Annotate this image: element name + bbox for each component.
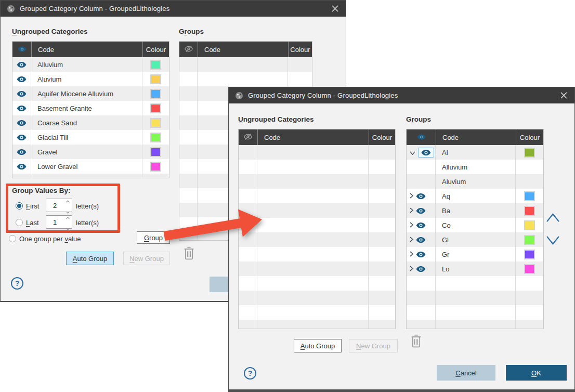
colour-cell (142, 145, 169, 159)
visibility-eye-icon[interactable] (17, 163, 27, 170)
visibility-eye-icon[interactable] (416, 207, 426, 214)
new-group-button[interactable]: New Group (349, 339, 398, 352)
colour-column-header[interactable]: Colour (142, 42, 169, 57)
table-row[interactable]: Alluvium (407, 160, 543, 174)
table-row[interactable]: Ba (407, 203, 543, 218)
help-icon[interactable]: ? (244, 367, 256, 380)
colour-swatch[interactable] (524, 264, 535, 274)
colour-cell (142, 130, 169, 145)
colour-swatch[interactable] (150, 133, 161, 142)
code-cell: Basement Granite (31, 101, 142, 115)
table-row[interactable]: Gl (407, 232, 543, 247)
ok-button[interactable]: OK (506, 365, 567, 381)
table-row (239, 247, 395, 262)
colour-swatch[interactable] (524, 250, 535, 259)
code-column-header[interactable]: Code (257, 129, 369, 145)
table-row[interactable]: Al (407, 145, 543, 160)
visibility-eye-icon[interactable] (418, 148, 434, 158)
table-row[interactable]: Lo (407, 262, 543, 276)
table-row (239, 174, 395, 189)
colour-swatch[interactable] (150, 162, 161, 172)
colour-swatch[interactable] (524, 220, 535, 230)
close-icon[interactable] (559, 91, 568, 100)
colour-swatch[interactable] (150, 60, 161, 70)
visibility-eye-icon[interactable] (17, 76, 27, 83)
expander-closed-icon[interactable] (410, 191, 413, 201)
cancel-button[interactable]: Cancel (437, 365, 495, 381)
colour-swatch[interactable] (524, 191, 535, 201)
visibility-eye-icon[interactable] (416, 237, 426, 243)
expander-open-icon[interactable] (410, 148, 415, 157)
table-row[interactable]: Aluvium (407, 174, 543, 189)
visibility-eye-icon[interactable] (416, 222, 426, 229)
code-cell: Glacial Till (31, 130, 142, 145)
titlebar[interactable]: Grouped Category Column - GroupedLitholo… (1, 1, 346, 17)
colour-cell (142, 72, 169, 86)
expander-closed-icon[interactable] (410, 250, 413, 259)
colour-swatch[interactable] (150, 103, 161, 113)
code-column-header[interactable]: Code (436, 129, 516, 145)
expander-closed-icon[interactable] (410, 264, 413, 273)
colour-swatch[interactable] (524, 148, 535, 158)
visibility-eye-icon[interactable] (416, 193, 426, 200)
help-icon[interactable]: ? (11, 277, 23, 290)
table-row[interactable]: Basement Granite (12, 101, 169, 115)
colour-cell (516, 203, 543, 218)
visibility-eye-icon[interactable] (17, 120, 27, 126)
table-row[interactable]: Coarse Sand (12, 115, 169, 130)
delete-group-icon[interactable] (182, 245, 195, 261)
visibility-eye-icon[interactable] (17, 90, 27, 97)
table-row[interactable]: Alluvium (12, 57, 169, 72)
colour-swatch[interactable] (150, 147, 161, 157)
colour-swatch[interactable] (524, 235, 535, 245)
window-title: Grouped Category Column - GroupedLitholo… (248, 92, 398, 99)
colour-cell (516, 262, 543, 276)
visibility-eye-icon[interactable] (416, 251, 426, 258)
move-group-down-icon[interactable] (545, 234, 560, 246)
visibility-column-header[interactable] (407, 129, 436, 145)
colour-column-header[interactable]: Colour (369, 129, 395, 145)
code-cell: Gl (436, 232, 516, 247)
colour-swatch[interactable] (524, 206, 535, 216)
one-group-per-value-label[interactable]: One group per value (19, 235, 81, 243)
new-group-button[interactable]: New Group (123, 252, 170, 265)
colour-column-header[interactable]: Colour (516, 129, 543, 145)
colour-swatch[interactable] (150, 118, 161, 128)
visibility-eye-icon[interactable] (17, 105, 27, 112)
table-row[interactable]: Aluvium (12, 72, 169, 86)
visibility-eye-icon[interactable] (17, 61, 27, 68)
table-row[interactable]: Gr (407, 247, 543, 262)
visibility-eye-icon[interactable] (416, 266, 426, 272)
table-row (239, 189, 395, 203)
colour-swatch[interactable] (150, 74, 161, 84)
table-row (179, 72, 312, 86)
close-icon[interactable] (330, 4, 339, 14)
visibility-eye-icon[interactable] (17, 149, 27, 155)
table-row[interactable]: Glacial Till (12, 130, 169, 145)
move-group-up-icon[interactable] (545, 211, 560, 224)
visibility-column-header[interactable] (12, 42, 31, 57)
expander-closed-icon[interactable] (410, 235, 413, 244)
auto-group-button[interactable]: Auto Group (66, 252, 114, 265)
visibility-off-column-header[interactable] (179, 42, 198, 57)
visibility-off-column-header[interactable] (239, 129, 257, 145)
visibility-eye-icon[interactable] (17, 134, 27, 141)
expander-closed-icon[interactable] (410, 206, 413, 215)
delete-group-icon[interactable] (410, 333, 422, 349)
code-cell: Aquifer Miocene Alluvium (31, 86, 142, 101)
table-row[interactable]: Gravel (12, 145, 169, 159)
colour-swatch[interactable] (150, 89, 161, 99)
table-row[interactable]: Aquifer Miocene Alluvium (12, 86, 169, 101)
table-row[interactable]: Co (407, 218, 543, 232)
titlebar[interactable]: Grouped Category Column - GroupedLitholo… (229, 87, 574, 103)
one-group-per-value-radio[interactable] (9, 235, 16, 242)
auto-group-button[interactable]: Auto Group (294, 339, 342, 352)
expander-closed-icon[interactable] (410, 220, 413, 230)
table-row (407, 305, 543, 320)
groups-label: Groups (406, 115, 431, 123)
colour-column-header[interactable]: Colour (288, 42, 312, 57)
code-column-header[interactable]: Code (198, 42, 288, 57)
table-row[interactable]: Aq (407, 189, 543, 203)
code-column-header[interactable]: Code (31, 42, 142, 57)
table-row[interactable]: Lower Gravel (12, 159, 169, 174)
